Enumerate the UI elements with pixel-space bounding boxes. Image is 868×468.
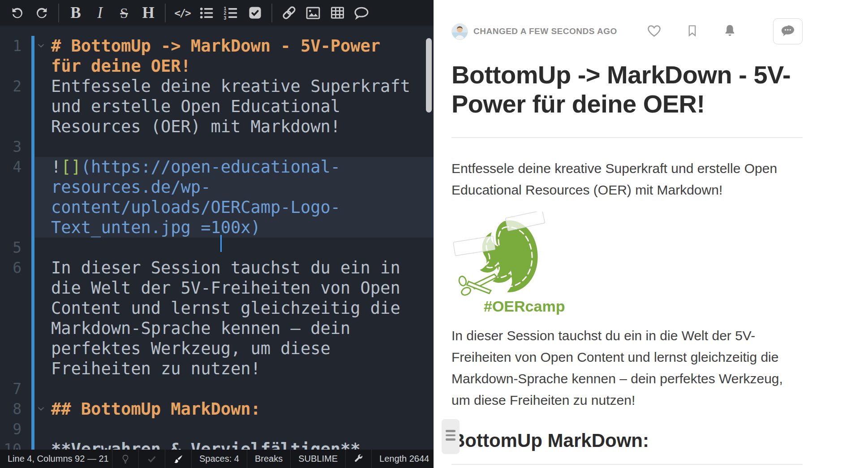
code-text[interactable]	[51, 137, 414, 157]
code-token: **Verwahren & Vervielfältigen**	[51, 440, 361, 450]
code-text[interactable]: ## BottomUp MarkDown:	[51, 399, 414, 419]
line-number: 4	[0, 157, 21, 238]
line-number: 9	[0, 419, 21, 439]
editor-lines: 1# BottomUp -> MarkDown - 5V-Power für d…	[0, 36, 434, 450]
code-text[interactable]	[51, 379, 414, 399]
toolbar-divider	[58, 4, 59, 22]
status-spaces[interactable]: Spaces: 4	[191, 450, 247, 468]
heart-icon	[646, 23, 662, 40]
chevron-down-icon	[36, 41, 46, 50]
strikethrough-button[interactable]: S	[112, 2, 136, 24]
code-icon: </>	[174, 7, 190, 19]
table-button[interactable]	[325, 2, 349, 24]
svg-text:3: 3	[223, 15, 226, 20]
bold-icon: B	[70, 5, 81, 21]
intro-paragraph: Entfessele deine kreative Superkraft und…	[451, 158, 803, 201]
image-button[interactable]	[301, 2, 325, 24]
section-divider	[451, 464, 803, 465]
image-icon	[305, 5, 321, 21]
bold-button[interactable]: B	[64, 2, 88, 24]
flame-logo-graphic	[451, 212, 550, 299]
check-list-icon	[248, 5, 262, 20]
code-text[interactable]	[51, 419, 414, 439]
fold-toggle[interactable]	[21, 399, 51, 419]
editor-statusbar: Line 4, Columns 92 — 21Spaces: 4BreaksSU…	[0, 450, 434, 468]
table-icon	[330, 5, 345, 20]
hamburger-icon	[446, 430, 455, 432]
author-avatar[interactable]	[451, 23, 468, 40]
code-token: []	[61, 157, 81, 177]
undo-button[interactable]	[5, 2, 30, 24]
bookmark-icon	[685, 24, 699, 39]
ordered-list-button[interactable]: 123	[219, 2, 243, 24]
editor-scrollbar-thumb[interactable]	[426, 38, 432, 113]
line-number: 10	[0, 439, 21, 450]
redo-icon	[34, 5, 49, 21]
code-text[interactable]	[51, 238, 414, 258]
code-text[interactable]: ![](https://open-educational-resources.d…	[51, 157, 414, 238]
status-cursor-position: Line 4, Columns 92 — 21	[0, 450, 112, 468]
ordered-list-icon: 123	[223, 5, 238, 21]
status-spellcheck[interactable]	[138, 450, 165, 468]
preview-pane: CHANGED A FEW SECONDS AGO BottomUp -> Ma…	[434, 0, 868, 468]
fold-spacer	[21, 258, 51, 379]
check-list-button[interactable]	[243, 2, 267, 24]
italic-button[interactable]: I	[88, 2, 112, 24]
line-number: 8	[0, 399, 21, 419]
link-button[interactable]	[277, 2, 301, 24]
toolbar-divider	[165, 4, 166, 22]
fold-spacer	[21, 439, 51, 450]
fold-spacer	[21, 379, 51, 399]
editor-line-7: 7	[0, 379, 434, 399]
editor-line-5: 5	[0, 238, 434, 258]
code-text[interactable]: Entfessele deine kreative Superkraft und…	[51, 76, 414, 137]
code-token: 00x)	[221, 218, 261, 237]
wrench-icon	[353, 454, 364, 464]
editor-toolbar: BISH</>123	[0, 0, 434, 26]
brush-icon	[173, 454, 184, 464]
code-button[interactable]: </>	[170, 2, 194, 24]
status-keymap[interactable]: SUBLIME	[290, 450, 345, 468]
status-lightbulb[interactable]	[112, 450, 138, 468]
link-icon	[281, 5, 297, 21]
logo-caption: #OERcamp	[484, 298, 803, 315]
toc-handle[interactable]	[442, 419, 460, 454]
fold-toggle[interactable]	[21, 36, 51, 76]
comment-button[interactable]	[349, 2, 374, 24]
unordered-list-button[interactable]	[194, 2, 219, 24]
markdown-editor[interactable]: 1# BottomUp -> MarkDown - 5V-Power für d…	[0, 26, 434, 450]
favorite-button[interactable]	[646, 23, 662, 40]
code-text[interactable]: # BottomUp -> MarkDown - 5V-Power für de…	[51, 36, 414, 76]
editor-line-6: 6In dieser Session tauchst du ein in die…	[0, 258, 434, 379]
line-number: 7	[0, 379, 21, 399]
code-token: In dieser Session tauchst du ein in die …	[51, 258, 410, 378]
status-wrench[interactable]	[345, 450, 371, 468]
code-text[interactable]: In dieser Session tauchst du ein in die …	[51, 258, 414, 379]
note-title: BottomUp -> MarkDown - 5V-Power für dein…	[451, 60, 803, 118]
editor-line-3: 3	[0, 137, 434, 157]
fold-spacer	[21, 419, 51, 439]
fold-spacer	[21, 238, 51, 258]
status-breaks[interactable]: Breaks	[247, 450, 290, 468]
title-divider	[451, 137, 803, 138]
bookmark-button[interactable]	[685, 24, 699, 39]
strikethrough-icon: S	[120, 6, 128, 20]
code-token: ## BottomUp MarkDown:	[51, 399, 261, 419]
heading-button[interactable]: H	[136, 2, 160, 24]
bell-icon	[722, 23, 737, 39]
line-number: 1	[0, 36, 21, 76]
redo-button[interactable]	[30, 2, 54, 24]
notifications-button[interactable]	[722, 23, 737, 39]
fold-spacer	[21, 157, 51, 238]
code-token: (https://open-educational-resources.de/w…	[51, 157, 340, 237]
editor-line-4: 4![](https://open-educational-resources.…	[0, 157, 434, 238]
session-paragraph: In dieser Session tauchst du ein in die …	[451, 325, 803, 411]
fold-spacer	[21, 76, 51, 137]
code-text[interactable]: **Verwahren & Vervielfältigen**	[51, 439, 414, 450]
line-number: 5	[0, 238, 21, 258]
app-window: BISH</>123 1# BottomUp -> MarkDown - 5V-…	[0, 0, 868, 468]
status-brush[interactable]	[165, 450, 191, 468]
comments-button[interactable]	[773, 18, 803, 44]
heading-icon: H	[142, 5, 154, 21]
toolbar-divider	[271, 4, 272, 22]
